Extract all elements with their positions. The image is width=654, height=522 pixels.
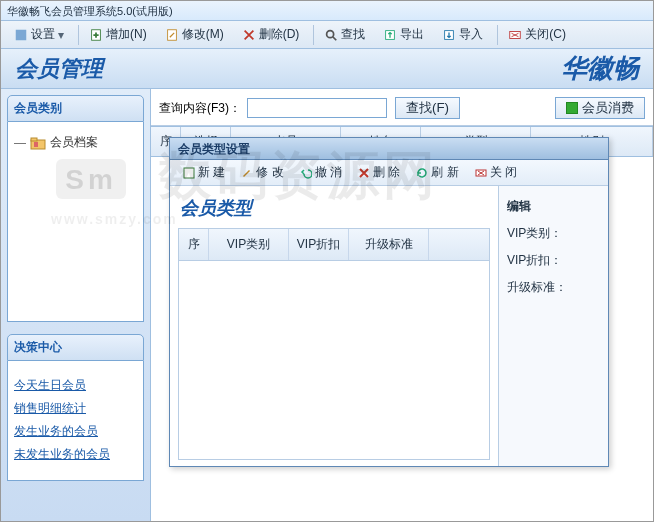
- page-title: 会员管理: [15, 54, 103, 84]
- dlg-edit-button[interactable]: 修 改: [234, 162, 290, 183]
- export-icon: [383, 28, 397, 42]
- dcol-vipdiscount[interactable]: VIP折扣: [289, 229, 349, 260]
- decision-center-panel-head: 决策中心: [7, 334, 144, 361]
- close-label: 关闭(C): [525, 26, 566, 43]
- import-label: 导入: [459, 26, 483, 43]
- svg-rect-0: [16, 29, 27, 40]
- window-titlebar: 华徽畅飞会员管理系统5.0(试用版): [1, 1, 653, 21]
- member-consume-button[interactable]: 会员消费: [555, 97, 645, 119]
- settings-icon: [14, 28, 28, 42]
- upgrade-label: 升级标准：: [507, 279, 600, 296]
- link-business-members[interactable]: 发生业务的会员: [14, 423, 137, 440]
- window-title: 华徽畅飞会员管理系统5.0(试用版): [7, 5, 173, 17]
- dialog-toolbar: 新 建 修 改 撤 消 删 除 刷 新: [170, 160, 608, 186]
- page-banner: 会员管理 华徽畅: [1, 49, 653, 89]
- add-label: 增加(N): [106, 26, 147, 43]
- edit-button[interactable]: 修改(M): [158, 23, 231, 46]
- delete-icon: [242, 28, 256, 42]
- export-label: 导出: [400, 26, 424, 43]
- dialog-body: 会员类型 序 VIP类别 VIP折扣 升级标准 编辑 VIP类别： VIP折扣：: [170, 186, 608, 466]
- dialog-heading: 会员类型: [178, 192, 490, 228]
- dialog-grid-header: 序 VIP类别 VIP折扣 升级标准: [179, 229, 489, 261]
- member-category-panel-head: 会员类别: [7, 95, 144, 122]
- search-button[interactable]: 查找: [317, 23, 372, 46]
- dialog-edit-panel: 编辑 VIP类别： VIP折扣： 升级标准：: [498, 186, 608, 466]
- svg-rect-10: [184, 168, 194, 178]
- dialog-title: 会员类型设置: [178, 142, 250, 156]
- content-area: 查询内容(F3)： 查找(F) 会员消费 序 选择 卡号 姓名 类型 性别: [151, 89, 653, 521]
- toolbar-separator: [313, 25, 314, 45]
- delete-icon: [358, 167, 370, 179]
- folder-icon: [30, 136, 46, 150]
- settings-label: 设置: [31, 26, 55, 43]
- tree-item-member-archive[interactable]: — 会员档案: [14, 132, 137, 153]
- member-category-tree: — 会员档案: [7, 122, 144, 322]
- dcol-upgrade[interactable]: 升级标准: [349, 229, 429, 260]
- link-today-birthday[interactable]: 今天生日会员: [14, 377, 137, 394]
- import-icon: [442, 28, 456, 42]
- edit-icon: [241, 167, 253, 179]
- dlg-undo-label: 撤 消: [315, 164, 342, 181]
- search-icon: [324, 28, 338, 42]
- search-bar: 查询内容(F3)： 查找(F) 会员消费: [151, 89, 653, 126]
- search-input[interactable]: [247, 98, 387, 118]
- dialog-left: 会员类型 序 VIP类别 VIP折扣 升级标准: [170, 186, 498, 466]
- add-icon: [89, 28, 103, 42]
- main-area: 会员类别 — 会员档案 决策中心 今天生日会员 销售明细统计 发生业务的会员 未…: [1, 89, 653, 521]
- dcol-viptype[interactable]: VIP类别: [209, 229, 289, 260]
- dropdown-icon: ▾: [58, 28, 64, 42]
- svg-rect-9: [34, 142, 38, 147]
- link-no-business-members[interactable]: 未发生业务的会员: [14, 446, 137, 463]
- new-icon: [183, 167, 195, 179]
- dlg-refresh-button[interactable]: 刷 新: [409, 162, 465, 183]
- search-label: 查询内容(F3)：: [159, 100, 241, 117]
- dlg-close-button[interactable]: 关 闭: [468, 162, 524, 183]
- import-button[interactable]: 导入: [435, 23, 490, 46]
- undo-icon: [300, 167, 312, 179]
- consume-icon: [566, 102, 578, 114]
- edit-label: 修改(M): [182, 26, 224, 43]
- toolbar-separator: [497, 25, 498, 45]
- add-button[interactable]: 增加(N): [82, 23, 154, 46]
- member-type-dialog: 会员类型设置 新 建 修 改 撤 消 删 除: [169, 137, 609, 467]
- dcol-index[interactable]: 序: [179, 229, 209, 260]
- settings-button[interactable]: 设置 ▾: [7, 23, 71, 46]
- svg-point-3: [327, 30, 334, 37]
- dlg-new-button[interactable]: 新 建: [176, 162, 232, 183]
- dlg-refresh-label: 刷 新: [431, 164, 458, 181]
- export-button[interactable]: 导出: [376, 23, 431, 46]
- tree-collapse-icon: —: [14, 136, 26, 150]
- dialog-grid: 序 VIP类别 VIP折扣 升级标准: [178, 228, 490, 460]
- find-button[interactable]: 查找(F): [395, 97, 460, 119]
- decision-center-links: 今天生日会员 销售明细统计 发生业务的会员 未发生业务的会员: [7, 361, 144, 481]
- dlg-delete-button[interactable]: 删 除: [351, 162, 407, 183]
- vip-discount-label: VIP折扣：: [507, 252, 600, 269]
- close-icon: [475, 167, 487, 179]
- refresh-icon: [416, 167, 428, 179]
- toolbar-separator: [78, 25, 79, 45]
- dlg-delete-label: 删 除: [373, 164, 400, 181]
- tree-item-label: 会员档案: [50, 134, 98, 151]
- delete-label: 删除(D): [259, 26, 300, 43]
- close-icon: [508, 28, 522, 42]
- link-sales-detail[interactable]: 销售明细统计: [14, 400, 137, 417]
- main-toolbar: 设置 ▾ 增加(N) 修改(M) 删除(D) 查找 导出 导入 关闭(C): [1, 21, 653, 49]
- dlg-undo-button[interactable]: 撤 消: [293, 162, 349, 183]
- edit-section-label: 编辑: [507, 198, 600, 215]
- dialog-titlebar[interactable]: 会员类型设置: [170, 138, 608, 160]
- find-button-label: 查找(F): [406, 99, 449, 117]
- close-button[interactable]: 关闭(C): [501, 23, 573, 46]
- delete-button[interactable]: 删除(D): [235, 23, 307, 46]
- search-label: 查找: [341, 26, 365, 43]
- sidebar: 会员类别 — 会员档案 决策中心 今天生日会员 销售明细统计 发生业务的会员 未…: [1, 89, 151, 521]
- edit-icon: [165, 28, 179, 42]
- consume-button-label: 会员消费: [582, 99, 634, 117]
- dlg-close-label: 关 闭: [490, 164, 517, 181]
- vip-type-label: VIP类别：: [507, 225, 600, 242]
- brand-title: 华徽畅: [561, 51, 639, 86]
- dlg-new-label: 新 建: [198, 164, 225, 181]
- svg-rect-8: [31, 138, 37, 141]
- dlg-edit-label: 修 改: [256, 164, 283, 181]
